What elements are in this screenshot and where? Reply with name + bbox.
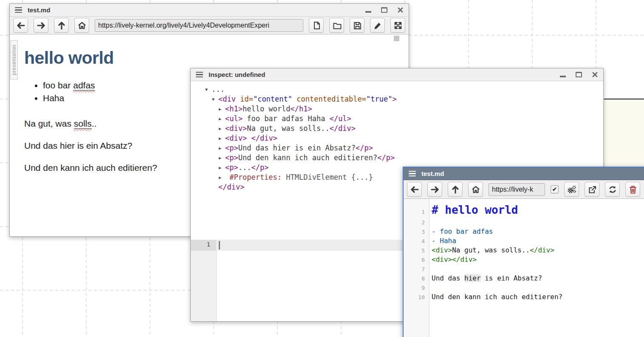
home-button[interactable] xyxy=(468,182,483,197)
maximize-button[interactable] xyxy=(576,72,582,77)
close-button[interactable] xyxy=(592,71,598,78)
line-number: 1 xyxy=(191,240,216,251)
presentation-tab[interactable]: presentation xyxy=(10,40,18,79)
editor-line[interactable]: 4​- Haha xyxy=(404,236,644,246)
editor-line[interactable]: 9​ xyxy=(404,283,644,292)
dom-tree-node[interactable]: ▼<div id="content" contenteditable="true… xyxy=(191,94,603,104)
page-title: hello world xyxy=(24,48,409,68)
line-content: ​ xyxy=(429,218,432,227)
disclosure-arrow-icon[interactable]: ▶ xyxy=(219,173,225,182)
forward-button[interactable] xyxy=(427,182,442,197)
editor-line[interactable]: 6​<div></div> xyxy=(404,255,644,264)
home-icon xyxy=(471,185,480,194)
window-menu-icon[interactable] xyxy=(409,171,416,177)
back-arrow-icon xyxy=(16,21,25,30)
disclosure-arrow-icon[interactable]: ▶ xyxy=(219,114,225,124)
dom-tree-node[interactable]: ▶<h1>hello world</h1> xyxy=(191,104,603,114)
editor-line[interactable]: 7​ xyxy=(404,264,644,274)
dom-tree-node[interactable]: ▶<div>Na gut, was solls..</div> xyxy=(191,124,603,133)
editor-line[interactable]: 8​Und das hier is ein Absatz? xyxy=(404,274,644,283)
editor-line[interactable]: 5​<div>Na gut, was solls..</div> xyxy=(404,246,644,255)
settings-button[interactable] xyxy=(564,182,579,197)
line-number: 7 xyxy=(404,266,429,272)
line-number: 4 xyxy=(404,238,429,244)
line-content: ​Und das hier is ein Absatz? xyxy=(429,274,542,283)
folder-icon xyxy=(332,21,342,30)
line-number: 6 xyxy=(404,257,429,263)
line-content: ​- Haha xyxy=(429,236,456,246)
window-titlebar[interactable]: test.md xyxy=(10,4,409,17)
up-button[interactable] xyxy=(448,182,463,197)
pencil-icon xyxy=(373,21,382,30)
disclosure-arrow-icon[interactable]: ▶ xyxy=(219,134,225,143)
open-in-new-icon xyxy=(588,185,597,194)
editor-line[interactable]: 3​- foo bar adfas xyxy=(404,227,644,236)
minimize-button[interactable] xyxy=(365,7,371,13)
misspelled-word: adfas xyxy=(73,80,95,91)
minimize-button[interactable] xyxy=(560,72,566,77)
edit-button[interactable] xyxy=(370,18,385,33)
editor-line[interactable]: 2​ xyxy=(404,218,644,227)
disclosure-arrow-icon[interactable]: ▶ xyxy=(219,163,225,173)
window-menu-icon[interactable] xyxy=(196,72,203,78)
disclosure-arrow-icon[interactable]: ▼ xyxy=(205,85,212,94)
note-panel xyxy=(604,99,644,167)
up-button[interactable] xyxy=(54,18,69,33)
back-button[interactable] xyxy=(407,182,422,197)
dom-tree-node[interactable]: ▼... xyxy=(191,85,603,94)
open-folder-button[interactable] xyxy=(329,18,344,33)
disclosure-arrow-icon[interactable]: ▶ xyxy=(219,153,225,163)
expand-button[interactable] xyxy=(390,18,405,33)
forward-arrow-icon xyxy=(430,185,440,194)
up-arrow-icon xyxy=(57,21,66,30)
back-arrow-icon xyxy=(410,185,419,194)
forward-button[interactable] xyxy=(34,18,48,33)
dom-tree-node[interactable]: ▶<div> </div> xyxy=(191,133,603,143)
dom-tree-node[interactable]: ▶<ul> foo bar adfas Haha </ul> xyxy=(191,114,603,124)
trash-icon xyxy=(628,185,638,194)
editor-line[interactable]: 10​Und den kann ich auch editieren? xyxy=(404,292,644,302)
gears-icon xyxy=(567,184,577,195)
url-input[interactable] xyxy=(489,183,545,196)
dom-tree-node[interactable]: ▶<p>Und das hier is ein Absatz?</p> xyxy=(191,143,603,153)
new-file-button[interactable] xyxy=(309,18,324,33)
dom-tree-node[interactable]: ▶<p>Und den kann ich auch editieren?</p> xyxy=(191,153,603,163)
refresh-icon xyxy=(608,185,617,194)
code-editor[interactable]: 1​# hello world2​3​- foo bar adfas4​- Ha… xyxy=(404,199,644,337)
line-number: 10 xyxy=(404,294,429,300)
line-content: ​Und den kann ich auch editieren? xyxy=(429,292,562,302)
disclosure-arrow-icon[interactable]: ▶ xyxy=(219,105,225,114)
window-titlebar[interactable]: test.md xyxy=(404,167,644,180)
up-arrow-icon xyxy=(451,185,460,194)
line-number: 8 xyxy=(404,275,429,282)
editor-gutter xyxy=(191,240,217,321)
editor-lines: 1​# hello world2​3​- foo bar adfas4​- Ha… xyxy=(404,199,644,302)
auto-update-checkbox[interactable]: ✔ xyxy=(551,185,559,193)
line-number: 1 xyxy=(404,209,429,215)
editor-line[interactable]: 1​# hello world xyxy=(404,202,644,218)
home-button[interactable] xyxy=(74,18,89,33)
url-input[interactable] xyxy=(95,19,303,32)
line-number: 9 xyxy=(404,285,429,291)
maximize-button[interactable] xyxy=(381,7,387,13)
disclosure-arrow-icon[interactable]: ▶ xyxy=(219,124,225,133)
line-number: 5 xyxy=(404,247,429,254)
new-file-icon xyxy=(312,21,321,30)
window-menu-icon[interactable] xyxy=(15,7,22,13)
window-titlebar[interactable]: Inspect: undefined xyxy=(191,68,603,81)
line-content: ​- foo bar adfas xyxy=(429,227,493,236)
open-external-button[interactable] xyxy=(585,182,599,197)
window-title: test.md xyxy=(28,6,50,14)
save-floppy-icon xyxy=(353,21,362,30)
navigation-toolbar xyxy=(10,17,409,34)
window-markdown-editor: test.md ✔ 1​# hello world2​3​- foo bar a… xyxy=(403,167,644,337)
reload-button[interactable] xyxy=(605,182,620,197)
scrollbar-knob[interactable] xyxy=(394,36,399,41)
disclosure-arrow-icon[interactable]: ▼ xyxy=(212,95,218,104)
save-button[interactable] xyxy=(350,18,364,33)
back-button[interactable] xyxy=(13,18,28,33)
close-button[interactable] xyxy=(397,7,404,13)
line-number: 2 xyxy=(404,219,429,226)
disclosure-arrow-icon[interactable]: ▶ xyxy=(219,144,225,153)
delete-button[interactable] xyxy=(625,182,640,197)
